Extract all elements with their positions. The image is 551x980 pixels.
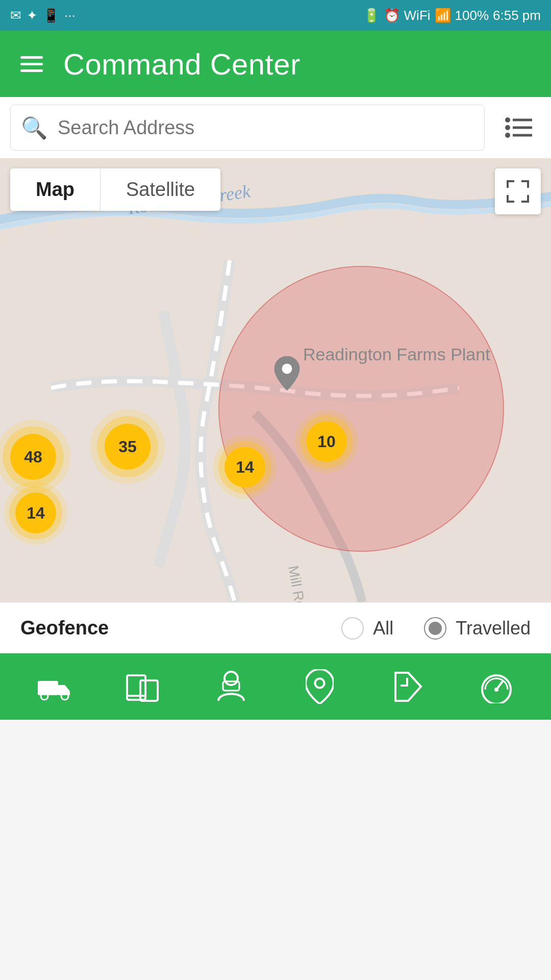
nav-item-vehicles[interactable] <box>10 653 98 720</box>
svg-point-8 <box>282 363 292 374</box>
geofence-travelled-option[interactable]: Travelled <box>424 617 531 640</box>
map-tab-map[interactable]: Map <box>10 168 101 211</box>
geofence-travelled-label: Travelled <box>456 618 531 639</box>
truck-icon <box>37 673 72 701</box>
more-icon: ··· <box>64 8 76 23</box>
svg-rect-13 <box>140 680 158 701</box>
cluster-10[interactable]: 10 <box>306 421 347 462</box>
battery-percent: 100% <box>455 8 489 23</box>
cluster-14-right[interactable]: 14 <box>224 447 265 487</box>
location-pin <box>274 356 300 390</box>
map-area[interactable]: Mill Rd Rockaway Creek Readington Farms … <box>0 158 551 602</box>
nav-item-location[interactable] <box>276 653 364 720</box>
svg-point-2 <box>505 125 510 130</box>
app-header: Command Center <box>0 31 551 97</box>
svg-rect-9 <box>38 681 58 695</box>
speedometer-icon <box>480 670 513 703</box>
svg-point-0 <box>505 117 510 122</box>
wifi-icon: WiFi <box>404 8 431 23</box>
svg-point-20 <box>494 688 498 692</box>
search-icon: 🔍 <box>21 115 47 140</box>
list-icon <box>503 112 533 143</box>
svg-point-4 <box>505 133 510 138</box>
svg-point-15 <box>224 672 238 685</box>
geofence-label: Geofence <box>20 617 341 639</box>
status-bar-right: 🔋 ⏰ WiFi 📶 100% 6:55 pm <box>363 8 541 23</box>
search-area: 🔍 <box>0 97 551 158</box>
location-icon <box>306 669 334 704</box>
phone-icon: 📱 <box>43 8 59 23</box>
fullscreen-icon <box>505 179 531 204</box>
signal-icon: 📶 <box>435 8 451 23</box>
geofence-travelled-radio[interactable] <box>424 617 446 640</box>
geofence-all-radio[interactable] <box>341 617 364 640</box>
time-display: 6:55 pm <box>493 8 541 23</box>
location-name: Readington Farms Plant <box>303 345 490 364</box>
nav-item-drivers[interactable] <box>187 653 276 720</box>
nav-item-history[interactable] <box>364 653 452 720</box>
cluster-48[interactable]: 48 <box>10 434 56 480</box>
devices-icon <box>126 670 159 703</box>
fullscreen-button[interactable] <box>495 168 541 214</box>
nav-item-devices[interactable] <box>98 653 187 720</box>
history-icon <box>393 670 423 703</box>
cluster-35[interactable]: 35 <box>105 424 151 470</box>
mail-icon: ✉ <box>10 8 21 23</box>
geofence-footer: Geofence All Travelled <box>0 602 551 653</box>
svg-point-17 <box>315 679 324 688</box>
status-bar-left: ✉ ✦ 📱 ··· <box>10 8 76 23</box>
geofence-all-label: All <box>373 618 393 639</box>
sparkle-icon: ✦ <box>27 8 38 23</box>
alarm-icon: ⏰ <box>384 8 400 23</box>
bottom-nav <box>0 653 551 720</box>
cluster-14-left[interactable]: 14 <box>15 493 56 533</box>
geofence-circle <box>218 266 504 552</box>
nav-item-speed[interactable] <box>453 653 541 720</box>
list-toggle-button[interactable] <box>495 105 541 151</box>
menu-button[interactable] <box>20 56 43 72</box>
page-title: Command Center <box>63 47 300 81</box>
geofence-radio-group: All Travelled <box>341 617 531 640</box>
geofence-all-option[interactable]: All <box>341 617 393 640</box>
pin-svg <box>274 356 300 390</box>
search-input[interactable] <box>58 117 474 139</box>
battery-icon: 🔋 <box>363 8 380 23</box>
status-bar: ✉ ✦ 📱 ··· 🔋 ⏰ WiFi 📶 100% 6:55 pm <box>0 0 551 31</box>
map-view-controls: Map Satellite <box>10 168 220 211</box>
map-tab-satellite[interactable]: Satellite <box>101 168 220 211</box>
driver-icon <box>216 670 246 703</box>
search-box[interactable]: 🔍 <box>10 105 485 151</box>
